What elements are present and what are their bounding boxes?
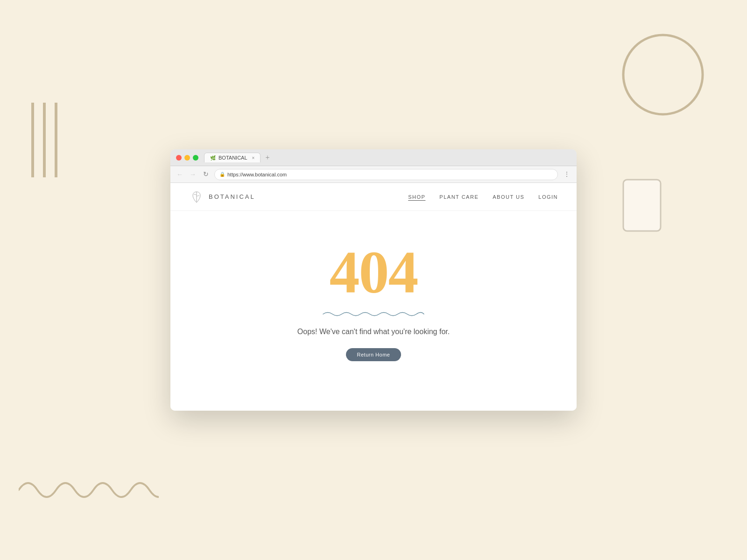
browser-window: 🌿 BOTANICAL × + ← → ↻ 🔒 https://www.bota… (170, 149, 577, 411)
nav-plant-care[interactable]: PLANT CARE (439, 194, 479, 200)
error-code: 404 (330, 242, 418, 302)
lock-icon: 🔒 (219, 172, 225, 177)
svg-rect-4 (623, 180, 661, 231)
maximize-button[interactable] (193, 155, 198, 161)
website-content: BOTANICAL SHOP PLANT CARE ABOUT US LOGIN… (170, 183, 577, 411)
tab-title: BOTANICAL (218, 155, 247, 161)
tab-bar: 🌿 BOTANICAL × + (204, 153, 571, 162)
svg-point-3 (623, 35, 703, 114)
traffic-lights (176, 155, 198, 161)
site-header: BOTANICAL SHOP PLANT CARE ABOUT US LOGIN (170, 183, 577, 211)
site-nav: SHOP PLANT CARE ABOUT US LOGIN (408, 194, 558, 200)
tab-close-icon[interactable]: × (252, 155, 255, 161)
bg-deco-squiggle (19, 467, 159, 504)
address-bar: ← → ↻ 🔒 https://www.botanical.com ⋮ (170, 166, 577, 183)
return-home-button[interactable]: Return Home (346, 348, 402, 361)
browser-title-bar: 🌿 BOTANICAL × + (170, 149, 577, 166)
nav-about-us[interactable]: ABOUT US (493, 194, 524, 200)
refresh-button[interactable]: ↻ (201, 170, 211, 179)
bg-deco-lines (28, 103, 65, 177)
logo-icon (189, 189, 204, 204)
close-button[interactable] (176, 155, 182, 161)
url-text: https://www.botanical.com (227, 172, 287, 177)
tab-favicon: 🌿 (210, 155, 216, 161)
error-message: Oops! We've can't find what you're looki… (297, 328, 450, 336)
new-tab-button[interactable]: + (263, 154, 271, 162)
forward-button[interactable]: → (188, 170, 197, 179)
nav-login[interactable]: LOGIN (538, 194, 558, 200)
site-main: 404 Oops! We've can't find what you're l… (170, 211, 577, 411)
wavy-divider (322, 310, 425, 318)
browser-menu-button[interactable]: ⋮ (562, 170, 572, 178)
nav-shop[interactable]: SHOP (408, 194, 425, 200)
bg-deco-circle (616, 28, 710, 121)
browser-tab[interactable]: 🌿 BOTANICAL × (204, 153, 261, 162)
url-bar[interactable]: 🔒 https://www.botanical.com (214, 169, 558, 180)
logo-area: BOTANICAL (189, 189, 255, 204)
logo-text: BOTANICAL (209, 193, 255, 200)
bg-deco-rect (621, 177, 663, 233)
minimize-button[interactable] (184, 155, 190, 161)
back-button[interactable]: ← (175, 170, 184, 179)
